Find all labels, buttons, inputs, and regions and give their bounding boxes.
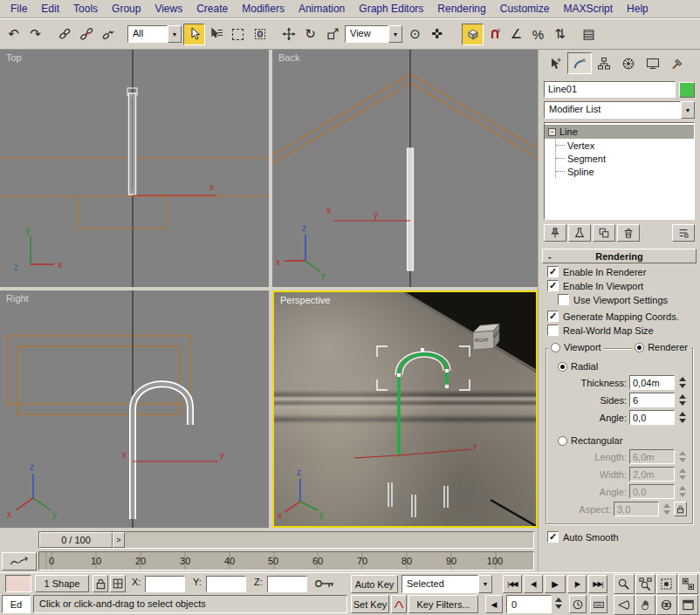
select-and-rotate-button[interactable]: ↻: [299, 24, 321, 45]
sides-spinner[interactable]: [677, 393, 687, 407]
frame-spinner[interactable]: [553, 596, 563, 611]
zoom-extents-button[interactable]: [656, 574, 677, 594]
menu-help[interactable]: Help: [620, 1, 655, 17]
time-slider-handle[interactable]: 0 / 100: [39, 532, 113, 548]
select-and-scale-button[interactable]: [321, 24, 343, 45]
menu-graph-editors[interactable]: Graph Editors: [352, 1, 430, 17]
modifier-list-dropdown[interactable]: Modifier List ▼: [544, 101, 695, 119]
checkbox-use-viewport-settings[interactable]: Use Viewport Settings: [558, 294, 700, 305]
radio-viewport[interactable]: Viewport: [548, 342, 604, 352]
show-end-result-button[interactable]: [568, 224, 591, 242]
select-and-link-icon[interactable]: [53, 24, 75, 45]
absolute-offset-mode-button[interactable]: [110, 575, 126, 592]
collapse-tree-icon[interactable]: -: [548, 128, 556, 136]
viewport-perspective[interactable]: Perspective RIGHT BACK y: [272, 290, 538, 528]
go-to-start-button[interactable]: |◀◀: [503, 575, 522, 593]
menu-group[interactable]: Group: [105, 1, 148, 17]
viewport-back-label[interactable]: Back: [278, 52, 299, 63]
stack-item-segment[interactable]: Segment: [556, 152, 694, 165]
length-spinner[interactable]: [677, 449, 687, 464]
stack-item-line[interactable]: - Line: [545, 125, 694, 139]
percent-snap-toggle-button[interactable]: %: [527, 24, 549, 45]
menu-edit[interactable]: Edit: [34, 1, 66, 17]
keyboard-shortcut-override-button[interactable]: [590, 595, 607, 613]
radio-renderer[interactable]: Renderer: [632, 342, 690, 352]
snaps-toggle-button[interactable]: [462, 24, 484, 45]
set-key-mode-key-icon[interactable]: [312, 575, 337, 592]
width-spinner[interactable]: [677, 467, 687, 482]
z-coordinate-field[interactable]: [267, 576, 307, 592]
menu-views[interactable]: Views: [148, 1, 189, 17]
checkbox-enable-in-viewport[interactable]: ✓ Enable In Viewport: [547, 280, 700, 291]
key-filters-button[interactable]: Key Filters...: [408, 595, 478, 613]
menu-file[interactable]: File: [3, 1, 34, 17]
tab-modify[interactable]: [567, 52, 592, 74]
make-unique-button[interactable]: [593, 224, 615, 242]
x-coordinate-field[interactable]: [145, 576, 185, 592]
default-key-tangents-button[interactable]: [391, 595, 407, 613]
selection-lock-toggle-button[interactable]: [93, 575, 108, 592]
radio-radial[interactable]: Radial: [555, 361, 689, 372]
window-crossing-toggle-button[interactable]: [249, 24, 271, 45]
aspect-lock-button[interactable]: [674, 502, 687, 516]
unlink-selection-icon[interactable]: [75, 24, 97, 45]
select-by-name-button[interactable]: [205, 24, 227, 45]
rendering-rollout-header[interactable]: - Rendering: [542, 249, 697, 263]
menu-tools[interactable]: Tools: [66, 1, 105, 17]
snap-3d-toggle-button[interactable]: 3: [484, 24, 505, 45]
angle2-field[interactable]: 0,0: [629, 484, 675, 499]
viewport-back[interactable]: Back x y z x y: [272, 50, 538, 287]
undo-button[interactable]: ↶: [3, 24, 24, 45]
menu-create[interactable]: Create: [189, 1, 235, 17]
play-animation-button[interactable]: ▶: [545, 575, 566, 593]
y-coordinate-field[interactable]: [206, 576, 246, 592]
select-object-button[interactable]: [183, 24, 205, 45]
mini-listener-script-line[interactable]: Ed: [2, 595, 31, 613]
object-color-swatch[interactable]: [679, 82, 695, 98]
bind-to-spacewarp-icon[interactable]: [97, 24, 119, 45]
time-slider-track[interactable]: 0 / 100 >: [38, 531, 534, 549]
tab-hierarchy[interactable]: [592, 52, 616, 74]
configure-modifier-sets-button[interactable]: [672, 224, 695, 242]
tab-create[interactable]: [543, 52, 567, 74]
select-and-move-button[interactable]: [278, 24, 299, 45]
edit-named-selections-button[interactable]: ▤: [578, 24, 600, 45]
go-to-end-button[interactable]: ▶▶|: [588, 575, 607, 593]
sides-field[interactable]: 6: [629, 393, 675, 407]
angle2-spinner[interactable]: [677, 484, 687, 499]
radio-rectangular[interactable]: Rectangular: [555, 435, 689, 446]
thickness-spinner[interactable]: [677, 375, 687, 390]
mini-listener-macro-line[interactable]: [5, 575, 31, 592]
checkbox-auto-smooth[interactable]: ✓ Auto Smooth: [547, 531, 700, 543]
stack-item-spline[interactable]: Spline: [556, 165, 694, 178]
menu-animation[interactable]: Animation: [292, 1, 352, 17]
open-mini-curve-editor-button[interactable]: [2, 552, 37, 571]
tab-motion[interactable]: [616, 52, 641, 74]
set-key-button[interactable]: Set Key: [351, 595, 389, 613]
chevron-down-icon[interactable]: ▼: [168, 25, 182, 43]
menu-rendering[interactable]: Rendering: [430, 1, 492, 17]
tab-display[interactable]: [641, 52, 665, 74]
angle-field[interactable]: 0,0: [629, 410, 675, 425]
chevron-down-icon[interactable]: ▼: [478, 575, 492, 593]
time-configuration-button[interactable]: [569, 595, 587, 613]
angle-snap-toggle-button[interactable]: ∠: [505, 24, 527, 45]
menu-customize[interactable]: Customize: [493, 1, 557, 17]
current-frame-field[interactable]: 0: [506, 595, 552, 613]
zoom-all-button[interactable]: [635, 574, 656, 594]
next-frame-nudge-button[interactable]: >: [113, 532, 125, 548]
zoom-button[interactable]: [614, 574, 635, 594]
thickness-field[interactable]: 0,04m: [629, 375, 675, 390]
viewport-top-label[interactable]: Top: [6, 52, 22, 63]
menu-modifiers[interactable]: Modifiers: [235, 1, 292, 17]
use-pivot-point-center-button[interactable]: ⊙: [404, 24, 426, 45]
viewport-right-label[interactable]: Right: [6, 293, 29, 304]
angle-spinner[interactable]: [677, 410, 687, 425]
checkbox-real-world-map-size[interactable]: Real-World Map Size: [547, 325, 700, 336]
pin-stack-button[interactable]: [544, 224, 566, 242]
previous-frame-button[interactable]: ◀|: [524, 575, 543, 593]
next-frame-button[interactable]: |▶: [567, 575, 587, 593]
viewport-top[interactable]: Top x y x z: [0, 50, 269, 287]
aspect-spinner[interactable]: [662, 502, 671, 516]
object-name-field[interactable]: Line01: [544, 81, 676, 98]
